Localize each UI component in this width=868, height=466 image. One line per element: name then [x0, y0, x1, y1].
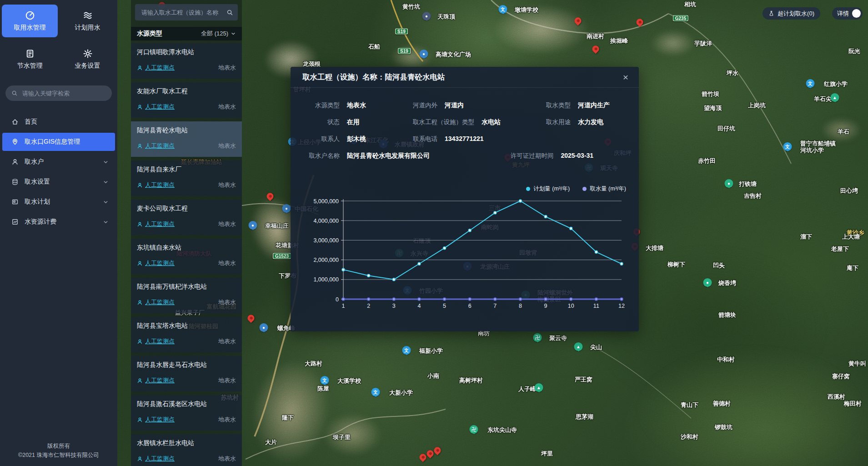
map-label: 上大塘: [842, 234, 860, 241]
spot-poi-pin[interactable]: ●: [282, 204, 291, 213]
field-value: 地表水: [347, 101, 366, 110]
map-label: 羊石: [838, 129, 849, 135]
notebook-icon: [25, 49, 35, 59]
station-marker-pin[interactable]: [573, 16, 582, 25]
manual-monitor-link[interactable]: 人工监测点: [137, 259, 175, 267]
map-label: 高树坪村: [459, 377, 483, 384]
dark-poi-pin[interactable]: ●: [422, 12, 431, 20]
school-poi-pin[interactable]: 文: [371, 388, 380, 396]
chevron-down-icon: [231, 31, 236, 36]
manual-monitor-link[interactable]: 人工监测点: [137, 455, 175, 463]
person-icon: [137, 417, 143, 423]
green-poi-pin[interactable]: ●: [703, 278, 712, 287]
legend-item[interactable]: 取水量 (m³/年): [582, 185, 626, 193]
sidebar-search-box[interactable]: [5, 85, 112, 101]
map-label: 大路村: [305, 361, 322, 367]
person-icon: [137, 104, 143, 110]
toggle-knob[interactable]: [852, 9, 861, 18]
close-icon[interactable]: ×: [620, 71, 632, 83]
app-tile-1[interactable]: 计划用水: [60, 5, 115, 37]
field-label: 联系电话: [413, 135, 437, 143]
field-cell: 取水户名称 陆河县青砼水电发展有限公司: [302, 152, 511, 160]
legend-item[interactable]: 计划量 (m³/年): [526, 185, 570, 193]
green-poi-pin[interactable]: ●: [725, 179, 733, 188]
sidebar-item-5[interactable]: 水资源计费: [2, 213, 115, 231]
station-list-item[interactable]: 陆河县激石溪老区水电站 人工监测点 地表水: [131, 395, 242, 431]
detail-toggle[interactable]: 详情: [832, 7, 863, 20]
station-marker-pin[interactable]: [265, 191, 275, 201]
station-list-item[interactable]: 陆河县水唇走马石水电站 人工监测点 地表水: [131, 356, 242, 391]
map-label: 羊石尖: [814, 96, 832, 103]
station-list-item[interactable]: 友能水厂取水工程 人工监测点 地表水: [131, 82, 242, 118]
station-list-item[interactable]: 陆河县宝塔水电站 人工监测点 地表水: [131, 317, 242, 352]
sidebar-item-label: 水资源计费: [25, 218, 56, 226]
manual-monitor-link[interactable]: 人工监测点: [137, 416, 175, 424]
manual-monitor-link[interactable]: 人工监测点: [137, 181, 175, 189]
temple-poi-pin[interactable]: 卍: [533, 333, 542, 342]
sidebar-item-3[interactable]: 取水设置: [2, 173, 115, 191]
sidebar-item-1[interactable]: 取水口GIS信息管理: [2, 133, 115, 151]
station-marker-pin[interactable]: [591, 44, 600, 54]
manual-monitor-link[interactable]: 人工监测点: [137, 103, 175, 111]
map-label: 芋陂洋: [694, 40, 712, 47]
school-poi-pin[interactable]: 文: [499, 5, 507, 14]
map-label: 善德村: [713, 401, 731, 407]
map-label: 南进村: [587, 33, 604, 40]
school-poi-pin[interactable]: 文: [321, 376, 329, 385]
search-icon[interactable]: [226, 9, 233, 16]
app-tile-label: 取用水管理: [14, 24, 46, 32]
field-cell: 取水用途 水力发电: [546, 118, 603, 126]
school-poi-pin[interactable]: 文: [806, 79, 815, 88]
copyright: 版权所有 ©2021 珠海市仁智科技有限公司: [0, 442, 117, 466]
spot-poi-pin[interactable]: ●: [249, 221, 257, 230]
filter-dropdown[interactable]: 全部 (125): [201, 30, 236, 38]
svg-text:2,000,000: 2,000,000: [313, 257, 339, 263]
manual-monitor-link[interactable]: 人工监测点: [137, 376, 175, 385]
station-list-item[interactable]: 麦卡公司取水工程 人工监测点 地表水: [131, 200, 242, 235]
location-pin-icon: [11, 138, 19, 145]
mountain-poi-pin[interactable]: ▲: [535, 383, 543, 392]
map-terrain-patch: [637, 346, 864, 466]
flask-icon: [768, 10, 774, 16]
station-search-box[interactable]: [135, 4, 238, 20]
map-label: 严王窝: [575, 376, 592, 383]
app-tile-2[interactable]: 节水管理: [2, 43, 58, 75]
modal-fields: 水源类型 地表水 河道内外 河道内 取水类型 河道内生产 状态 在用 取水工程（…: [291, 88, 639, 164]
station-list-item[interactable]: 陆河县自来水厂 人工监测点 地表水: [131, 160, 242, 196]
mountain-poi-pin[interactable]: ▲: [574, 342, 583, 351]
app-tile-0[interactable]: 取用水管理: [2, 5, 58, 37]
manual-monitor-link[interactable]: 人工监测点: [137, 142, 175, 150]
station-list-item[interactable]: 水唇镇水栏肚水电站 人工监测点 地表水: [131, 434, 242, 466]
sidebar-item-0[interactable]: 首页: [2, 113, 115, 131]
station-search-input[interactable]: [140, 9, 224, 16]
sidebar-item-2[interactable]: 取水户: [2, 153, 115, 171]
map-label: 挨堀峰: [610, 38, 628, 45]
over-plan-intake-badge[interactable]: 超计划取水(0): [763, 7, 820, 20]
field-label: 取水户名称: [302, 152, 340, 160]
spot-poi-pin[interactable]: ●: [420, 50, 428, 58]
map-label: 东坑尖山寺: [487, 427, 517, 434]
manual-monitor-link[interactable]: 人工监测点: [137, 220, 175, 228]
map-label: 吉告村: [744, 193, 762, 200]
station-list-item[interactable]: 陆河县青砼水电站 人工监测点 地表水: [131, 121, 242, 157]
sidebar-item-4[interactable]: 取水计划: [2, 193, 115, 211]
manual-monitor-link[interactable]: 人工监测点: [137, 298, 175, 306]
filter-label: 水源类型: [137, 30, 162, 38]
mountain-poi-pin[interactable]: ▲: [831, 93, 839, 102]
sidebar-search-input[interactable]: [21, 90, 107, 97]
station-marker-pin[interactable]: [635, 17, 644, 27]
map-terrain-patch: [390, 45, 433, 70]
school-poi-pin[interactable]: 文: [783, 142, 792, 151]
app-tile-3[interactable]: 业务设置: [60, 43, 115, 75]
spot-poi-pin[interactable]: ●: [260, 323, 268, 332]
manual-monitor-link[interactable]: 人工监测点: [137, 337, 175, 346]
station-list-item[interactable]: 陆河县南万镇杞洋水电站 人工监测点 地表水: [131, 278, 242, 313]
temple-poi-pin[interactable]: 卍: [470, 425, 478, 434]
school-poi-pin[interactable]: 文: [402, 346, 411, 355]
person-icon: [137, 456, 143, 462]
station-list-item[interactable]: 东坑镇自来水站 人工监测点 地表水: [131, 239, 242, 274]
station-marker-pin[interactable]: [246, 313, 256, 323]
manual-monitor-link[interactable]: 人工监测点: [137, 64, 175, 72]
station-marker-pin[interactable]: [432, 446, 442, 455]
station-list-item[interactable]: 河口镇唱歌潭水电站 人工监测点 地表水: [131, 43, 242, 79]
